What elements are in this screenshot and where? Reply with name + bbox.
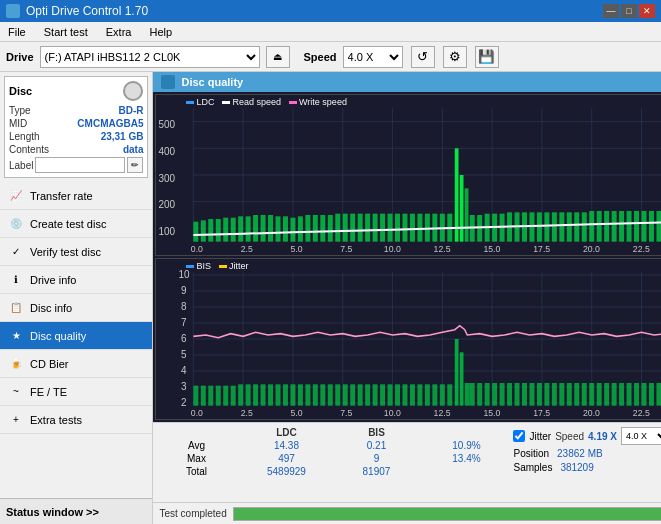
sidebar-item-verify-test-disc[interactable]: ✓ Verify test disc	[0, 238, 152, 266]
speed-select[interactable]: 4.0 X	[343, 46, 403, 68]
svg-rect-163	[328, 384, 333, 405]
drive-select[interactable]: (F:) ATAPI iHBS112 2 CL0K	[40, 46, 260, 68]
svg-text:2: 2	[181, 396, 187, 407]
svg-rect-168	[366, 384, 371, 405]
svg-text:6: 6	[181, 332, 187, 343]
sidebar-item-transfer-rate[interactable]: 📈 Transfer rate	[0, 182, 152, 210]
svg-rect-194	[567, 383, 572, 406]
sidebar-item-extra-tests[interactable]: + Extra tests	[0, 406, 152, 434]
svg-rect-21	[216, 219, 221, 242]
svg-rect-156	[276, 384, 281, 405]
progress-status-label: Test completed	[159, 508, 226, 519]
svg-text:7: 7	[181, 316, 187, 327]
content-area: Disc quality LDC Read speed	[153, 72, 661, 524]
svg-rect-76	[597, 211, 602, 242]
svg-rect-43	[358, 214, 363, 242]
svg-rect-175	[418, 384, 423, 405]
bis-legend: BIS	[186, 261, 211, 271]
svg-rect-49	[403, 214, 408, 242]
svg-rect-79	[620, 211, 625, 242]
eject-button[interactable]: ⏏	[266, 46, 290, 68]
sidebar-item-disc-info[interactable]: 📋 Disc info	[0, 294, 152, 322]
svg-text:12.5: 12.5	[434, 408, 451, 418]
menu-extra[interactable]: Extra	[102, 24, 136, 40]
label-row: Label ✏	[9, 157, 143, 173]
position-value: 23862 MB	[557, 448, 603, 459]
svg-rect-192	[552, 383, 557, 406]
menu-file[interactable]: File	[4, 24, 30, 40]
svg-rect-36	[306, 215, 311, 242]
svg-rect-195	[575, 383, 580, 406]
minimize-button[interactable]: —	[603, 4, 619, 18]
svg-text:5: 5	[181, 348, 187, 359]
svg-rect-169	[373, 384, 378, 405]
sidebar-item-create-test-disc[interactable]: 💿 Create test disc	[0, 210, 152, 238]
svg-rect-30	[283, 216, 288, 241]
svg-rect-204	[642, 383, 647, 406]
progress-area: Test completed 100.0% 33:11	[153, 502, 661, 524]
sidebar-item-drive-info[interactable]: ℹ Drive info	[0, 266, 152, 294]
disc-info-icon: 📋	[8, 300, 24, 316]
svg-text:8: 8	[181, 300, 187, 311]
svg-rect-66	[545, 212, 550, 241]
close-button[interactable]: ✕	[639, 4, 655, 18]
total-label: Total	[161, 466, 231, 477]
svg-rect-149	[224, 386, 229, 406]
menubar: File Start test Extra Help	[0, 22, 661, 42]
svg-rect-25	[246, 216, 251, 241]
bis-legend-label: BIS	[196, 261, 211, 271]
svg-text:10.0: 10.0	[384, 244, 401, 254]
refresh-button[interactable]: ↺	[411, 46, 435, 68]
svg-rect-64	[530, 212, 535, 241]
cd-bier-label: CD Bier	[30, 358, 69, 370]
label-input[interactable]	[35, 157, 125, 173]
type-value: BD-R	[118, 105, 143, 116]
sidebar-item-cd-bier[interactable]: 🍺 CD Bier	[0, 350, 152, 378]
svg-rect-190	[537, 383, 542, 406]
svg-rect-199	[605, 383, 610, 406]
speed-select-stats[interactable]: 4.0 X	[621, 427, 661, 445]
svg-rect-40	[336, 214, 341, 242]
stats-header-row: LDC BIS	[161, 427, 501, 438]
svg-rect-48	[395, 214, 400, 242]
avg-bis: 0.21	[341, 440, 411, 451]
sidebar-item-fe-te[interactable]: ~ FE / TE	[0, 378, 152, 406]
status-window-button[interactable]: Status window >>	[0, 498, 152, 524]
menu-help[interactable]: Help	[145, 24, 176, 40]
svg-text:15.0: 15.0	[484, 408, 501, 418]
svg-rect-176	[425, 384, 430, 405]
total-ldc: 5489929	[251, 466, 321, 477]
jitter-checkbox[interactable]	[513, 430, 525, 442]
length-label: Length	[9, 131, 40, 142]
save-button[interactable]: 💾	[475, 46, 499, 68]
transfer-rate-icon: 📈	[8, 188, 24, 204]
svg-rect-144	[455, 339, 459, 406]
svg-text:17.5: 17.5	[534, 408, 551, 418]
svg-rect-33	[460, 175, 464, 242]
svg-rect-34	[465, 188, 469, 241]
svg-rect-148	[216, 386, 221, 406]
label-edit-button[interactable]: ✏	[127, 157, 143, 173]
menu-start-test[interactable]: Start test	[40, 24, 92, 40]
jitter-legend: Jitter	[219, 261, 249, 271]
avg-jitter: 10.9%	[431, 440, 501, 451]
svg-rect-24	[239, 216, 244, 241]
fe-te-label: FE / TE	[30, 386, 67, 398]
cd-bier-icon: 🍺	[8, 356, 24, 372]
svg-text:12.5: 12.5	[434, 244, 451, 254]
sidebar-item-disc-quality[interactable]: ★ Disc quality	[0, 322, 152, 350]
svg-text:20.0: 20.0	[583, 244, 600, 254]
svg-rect-160	[306, 384, 311, 405]
svg-rect-179	[448, 384, 453, 405]
svg-rect-23	[231, 218, 236, 242]
top-chart-legend: LDC Read speed Write speed	[186, 97, 346, 107]
disc-section-title: Disc	[9, 85, 32, 97]
write-speed-legend-label: Write speed	[299, 97, 347, 107]
svg-rect-205	[649, 383, 654, 406]
svg-rect-50	[410, 214, 415, 242]
top-chart: LDC Read speed Write speed	[155, 94, 661, 256]
maximize-button[interactable]: □	[621, 4, 637, 18]
position-label: Position	[513, 448, 549, 459]
svg-rect-52	[425, 214, 430, 242]
settings-button[interactable]: ⚙	[443, 46, 467, 68]
